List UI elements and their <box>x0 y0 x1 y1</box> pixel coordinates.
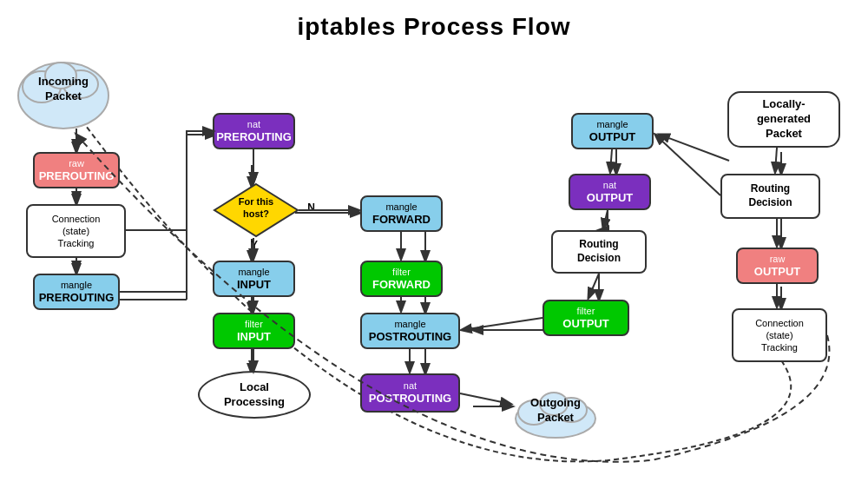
raw-output-box: raw OUTPUT <box>736 248 819 284</box>
incoming-packet-label: IncomingPacket <box>38 75 89 104</box>
conn-tracking-2-box: Connection(state)Tracking <box>732 308 827 362</box>
routing-decision-right-box: RoutingDecision <box>720 174 820 219</box>
diamond-n-label: N <box>307 201 315 214</box>
local-processing-label: LocalProcessing <box>224 380 285 410</box>
svg-text:For this: For this <box>239 196 273 207</box>
mangle-prerouting-box: mangle PREROUTING <box>33 274 120 310</box>
page-title: iptables Process Flow <box>0 4 868 45</box>
mangle-prerouting-bottom: PREROUTING <box>39 291 115 305</box>
raw-prerouting-bottom: PREROUTING <box>39 169 115 183</box>
locally-generated-label: Locally-generatedPacket <box>757 97 811 142</box>
nat-output-bottom: OUTPUT <box>587 191 633 205</box>
nat-output-top: nat <box>603 180 616 191</box>
filter-output-top: filter <box>577 306 595 317</box>
nat-prerouting-top: nat <box>247 119 260 130</box>
outgoing-packet-label: OutgoingPacket <box>530 396 581 426</box>
nat-prerouting-box: nat PREROUTING <box>213 113 295 149</box>
nat-output-box: nat OUTPUT <box>569 174 651 210</box>
raw-output-bottom: OUTPUT <box>754 265 800 279</box>
mangle-output-bottom: OUTPUT <box>589 130 635 144</box>
routing-decision-right-label: RoutingDecision <box>748 182 792 209</box>
mangle-input-bottom: INPUT <box>237 278 271 292</box>
routing-decision-center-box: RoutingDecision <box>551 230 647 274</box>
mangle-postrouting-top: mangle <box>394 319 425 330</box>
conn-tracking-1-box: Connection(state)Tracking <box>26 204 126 258</box>
nat-prerouting-bottom: PREROUTING <box>216 130 292 144</box>
outgoing-packet-cloud: OutgoingPacket <box>512 382 599 439</box>
filter-input-box: filter INPUT <box>213 313 295 349</box>
diamond-y-label: Y <box>251 239 258 251</box>
mangle-forward-box: mangle FORWARD <box>360 195 443 232</box>
svg-text:host?: host? <box>243 208 269 219</box>
svg-line-51 <box>610 149 612 172</box>
mangle-input-box: mangle INPUT <box>213 261 295 297</box>
svg-line-52 <box>655 135 720 195</box>
filter-forward-bottom: FORWARD <box>372 278 431 292</box>
filter-output-box: filter OUTPUT <box>542 300 629 336</box>
mangle-postrouting-box: mangle POSTROUTING <box>360 313 460 349</box>
routing-decision-center-label: RoutingDecision <box>577 238 621 265</box>
raw-prerouting-box: raw PREROUTING <box>33 152 120 188</box>
svg-line-47 <box>460 393 510 404</box>
local-processing-oval: LocalProcessing <box>198 371 311 419</box>
filter-input-top: filter <box>245 319 263 330</box>
filter-forward-box: filter FORWARD <box>360 261 443 297</box>
locally-generated-box: Locally-generatedPacket <box>727 91 840 148</box>
svg-line-49 <box>589 274 599 298</box>
conn-tracking-2-label: Connection(state)Tracking <box>755 317 804 354</box>
raw-output-top: raw <box>770 254 786 265</box>
mangle-forward-bottom: FORWARD <box>372 213 431 227</box>
incoming-packet-cloud: IncomingPacket <box>16 48 111 130</box>
for-this-host-diamond: For this host? N Y <box>213 182 299 239</box>
filter-input-bottom: INPUT <box>237 330 271 344</box>
mangle-output-top: mangle <box>596 119 628 130</box>
diagram: iptables Process Flow <box>0 0 868 482</box>
svg-line-53 <box>775 148 777 172</box>
filter-forward-top: filter <box>392 267 411 278</box>
svg-line-48 <box>462 318 542 330</box>
nat-postrouting-bottom: POSTROUTING <box>369 392 451 406</box>
svg-line-20 <box>660 135 729 161</box>
filter-output-bottom: OUTPUT <box>562 317 608 331</box>
mangle-prerouting-top: mangle <box>61 280 92 291</box>
mangle-input-top: mangle <box>238 267 269 278</box>
svg-line-50 <box>603 210 608 228</box>
mangle-postrouting-bottom: POSTROUTING <box>369 330 451 344</box>
nat-postrouting-box: nat POSTROUTING <box>360 373 460 413</box>
mangle-forward-top: mangle <box>385 201 417 213</box>
raw-prerouting-top: raw <box>69 158 84 169</box>
nat-postrouting-top: nat <box>404 380 417 392</box>
conn-tracking-1-label: Connection(state)Tracking <box>52 213 101 250</box>
mangle-output-box: mangle OUTPUT <box>571 113 654 149</box>
